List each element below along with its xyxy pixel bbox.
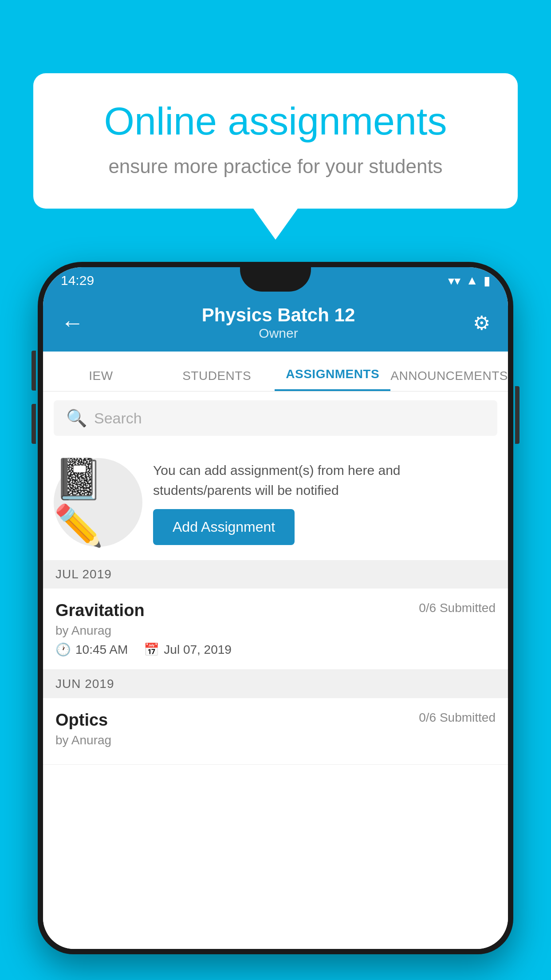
assignment-top: Gravitation 0/6 Submitted: [55, 601, 496, 620]
assignment-time: 🕐 10:45 AM: [55, 642, 128, 657]
assignment-name: Gravitation: [55, 601, 145, 620]
content-area: 🔍 Search 📓✏️ You can add assignment(s) f…: [43, 391, 508, 949]
speech-bubble-container: Online assignments ensure more practice …: [33, 73, 518, 240]
promo-text: You can add assignment(s) from here and …: [153, 460, 497, 500]
speech-bubble: Online assignments ensure more practice …: [33, 73, 518, 209]
tab-students[interactable]: STUDENTS: [159, 352, 275, 391]
tab-announcements[interactable]: ANNOUNCEMENTS: [390, 352, 508, 391]
speech-bubble-title: Online assignments: [69, 100, 482, 143]
assignment-item-gravitation[interactable]: Gravitation 0/6 Submitted by Anurag 🕐 10…: [43, 589, 508, 670]
header-subtitle: Owner: [202, 326, 355, 341]
search-placeholder: Search: [94, 410, 142, 427]
assignment-author: by Anurag: [55, 624, 496, 638]
search-bar[interactable]: 🔍 Search: [54, 400, 497, 436]
add-assignment-button[interactable]: Add Assignment: [153, 509, 295, 545]
phone-notch: [240, 267, 311, 292]
battery-icon: ▮: [484, 273, 490, 288]
clock-icon: 🕐: [55, 642, 71, 657]
wifi-icon: ▾▾: [448, 273, 460, 288]
tab-iew[interactable]: IEW: [43, 352, 159, 391]
tab-assignments[interactable]: ASSIGNMENTS: [275, 352, 390, 391]
phone-outer: 14:29 ▾▾ ▲ ▮ ← Physics Batch 12 Owner ⚙: [38, 262, 513, 954]
notebook-icon: 📓✏️: [54, 456, 142, 549]
back-button[interactable]: ←: [61, 309, 84, 336]
assignment-top-optics: Optics 0/6 Submitted: [55, 711, 496, 730]
assignment-author-optics: by Anurag: [55, 733, 496, 747]
app-header: ← Physics Batch 12 Owner ⚙: [43, 294, 508, 352]
signal-icon: ▲: [466, 273, 478, 288]
section-header-jun-2019: JUN 2019: [43, 670, 508, 698]
calendar-icon: 📅: [144, 642, 159, 657]
assignment-date: 📅 Jul 07, 2019: [144, 642, 232, 657]
promo-right: You can add assignment(s) from here and …: [153, 460, 497, 545]
phone-side-power: [515, 386, 520, 444]
settings-icon[interactable]: ⚙: [473, 312, 490, 334]
assignment-submitted: 0/6 Submitted: [419, 601, 496, 615]
add-assignment-promo: 📓✏️ You can add assignment(s) from here …: [43, 445, 508, 560]
section-header-jul-2019: JUL 2019: [43, 560, 508, 589]
header-title: Physics Batch 12: [202, 304, 355, 326]
speech-bubble-subtitle: ensure more practice for your students: [69, 155, 482, 178]
status-time: 14:29: [61, 273, 94, 288]
status-icons: ▾▾ ▲ ▮: [448, 273, 490, 288]
phone-container: 14:29 ▾▾ ▲ ▮ ← Physics Batch 12 Owner ⚙: [38, 262, 513, 980]
assignment-name-optics: Optics: [55, 711, 108, 730]
assignment-item-optics[interactable]: Optics 0/6 Submitted by Anurag: [43, 698, 508, 765]
assignment-meta: 🕐 10:45 AM 📅 Jul 07, 2019: [55, 642, 496, 657]
speech-bubble-arrow: [253, 209, 298, 240]
header-center: Physics Batch 12 Owner: [202, 304, 355, 341]
assignment-submitted-optics: 0/6 Submitted: [419, 711, 496, 725]
phone-inner: 14:29 ▾▾ ▲ ▮ ← Physics Batch 12 Owner ⚙: [43, 267, 508, 949]
search-icon: 🔍: [66, 408, 87, 428]
tabs: IEW STUDENTS ASSIGNMENTS ANNOUNCEMENTS: [43, 352, 508, 391]
phone-side-vol-down: [31, 404, 36, 444]
promo-icon-circle: 📓✏️: [54, 458, 142, 547]
phone-side-vol-up: [31, 351, 36, 391]
